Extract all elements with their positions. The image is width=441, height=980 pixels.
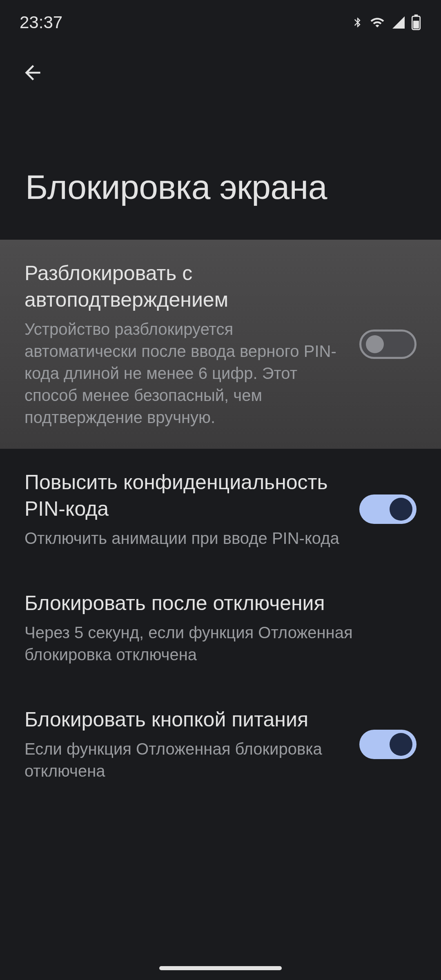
switch-power-button-lock[interactable]: [359, 730, 416, 759]
battery-icon: [411, 14, 421, 31]
setting-subtitle: Через 5 секунд, если функция Отложенная …: [24, 621, 416, 666]
setting-subtitle: Устройство разблокируется автоматически …: [24, 318, 343, 428]
switch-auto-confirm[interactable]: [359, 330, 416, 359]
arrow-back-icon: [21, 61, 44, 86]
setting-text: Разблокировать с автоподтверждением Устр…: [24, 260, 343, 428]
setting-lock-after[interactable]: Блокировать после отключения Через 5 сек…: [0, 570, 441, 686]
back-button[interactable]: [16, 57, 49, 90]
setting-text: Блокировать после отключения Через 5 сек…: [24, 590, 416, 666]
setting-title: Блокировать после отключения: [24, 590, 416, 617]
setting-title: Повысить конфиденциальность PIN-кода: [24, 469, 343, 522]
status-bar: 23:37: [0, 0, 441, 41]
setting-text: Повысить конфиденциальность PIN-кода Отк…: [24, 469, 343, 549]
page-title: Блокировка экрана: [25, 167, 429, 207]
wifi-icon: [368, 15, 386, 30]
setting-title: Блокировать кнопкой питания: [24, 706, 343, 733]
setting-enhanced-privacy[interactable]: Повысить конфиденциальность PIN-кода Отк…: [0, 449, 441, 570]
switch-enhanced-privacy[interactable]: [359, 494, 416, 524]
setting-power-button-lock[interactable]: Блокировать кнопкой питания Если функция…: [0, 686, 441, 802]
setting-auto-confirm[interactable]: Разблокировать с автоподтверждением Устр…: [0, 240, 441, 449]
cellular-icon: [391, 15, 406, 30]
status-icons: [352, 14, 421, 31]
setting-subtitle: Если функция Отложенная блокировка отклю…: [24, 738, 343, 782]
svg-rect-1: [414, 15, 418, 16]
setting-text: Блокировать кнопкой питания Если функция…: [24, 706, 343, 782]
status-time: 23:37: [20, 13, 62, 32]
svg-rect-2: [413, 21, 419, 29]
setting-subtitle: Отключить анимации при вводе PIN-кода: [24, 527, 343, 549]
bluetooth-icon: [352, 14, 363, 31]
settings-list: Разблокировать с автоподтверждением Устр…: [0, 240, 441, 802]
nav-handle[interactable]: [159, 966, 282, 970]
setting-title: Разблокировать с автоподтверждением: [24, 260, 343, 313]
header: Блокировка экрана: [0, 41, 441, 240]
